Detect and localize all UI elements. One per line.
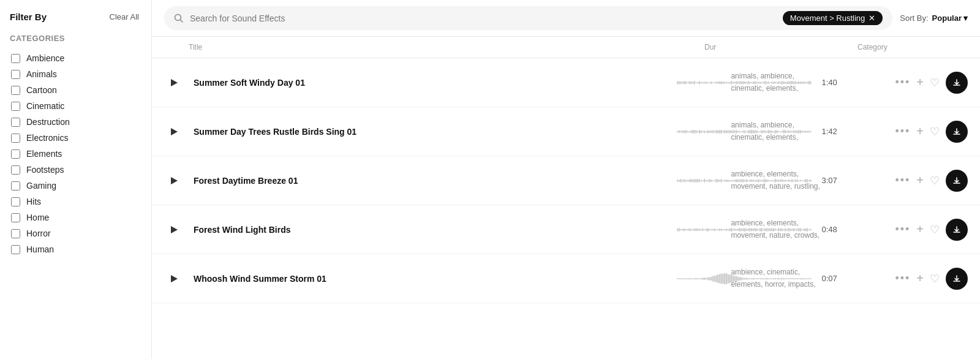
svg-rect-178 [704,179,705,183]
add-button-2[interactable]: + [916,173,924,187]
checkbox-electronics[interactable] [11,134,20,143]
more-button-3[interactable]: ••• [895,223,910,236]
svg-rect-168 [687,180,688,181]
svg-rect-30 [724,81,725,83]
sidebar-item-ambience[interactable]: Ambience [10,50,141,66]
col-title-header: Title [189,43,649,51]
svg-rect-83 [679,130,680,133]
sound-title-cell-3: Forest Wind Light Birds [194,225,672,235]
add-button-1[interactable]: + [916,124,924,138]
sidebar-item-gaming[interactable]: Gaming [10,178,141,194]
chevron-down-icon: ▾ [963,13,968,23]
svg-rect-323 [679,278,680,279]
download-button-4[interactable] [946,268,968,290]
download-button-3[interactable] [946,219,968,241]
checkbox-gaming[interactable] [11,181,20,191]
sidebar-item-home[interactable]: Home [10,210,141,225]
svg-rect-88 [687,130,688,132]
svg-rect-6 [684,81,685,84]
svg-rect-187 [719,180,720,182]
checkbox-animals[interactable] [11,70,20,79]
category-label-human: Human [26,244,54,254]
svg-rect-327 [685,278,687,279]
play-button-0[interactable] [164,74,183,92]
play-button-4[interactable] [164,270,183,288]
download-button-2[interactable] [946,170,968,192]
checkbox-home[interactable] [11,213,20,222]
sidebar-item-cinematic[interactable]: Cinematic [10,98,141,114]
svg-rect-166 [684,179,685,182]
sidebar-item-animals[interactable]: Animals [10,66,141,82]
svg-rect-333 [696,278,697,279]
checkbox-horror[interactable] [11,229,20,238]
sidebar-item-human[interactable]: Human [10,241,141,257]
play-button-2[interactable] [164,172,183,190]
category-label-cinematic: Cinematic [26,101,64,111]
sidebar-item-elements[interactable]: Elements [10,146,141,162]
svg-rect-250 [690,229,692,230]
checkbox-cinematic[interactable] [11,102,20,111]
svg-rect-29 [723,81,724,84]
clear-all-button[interactable]: Clear All [107,11,141,23]
checkbox-cartoon[interactable] [11,86,20,95]
svg-rect-254 [697,228,698,230]
svg-rect-267 [719,229,720,231]
checkbox-footsteps[interactable] [11,165,20,175]
heart-button-4[interactable]: ♡ [930,272,940,285]
sidebar-item-destruction[interactable]: Destruction [10,114,141,130]
play-button-1[interactable] [164,123,183,141]
svg-rect-162 [677,180,678,182]
more-button-0[interactable]: ••• [895,76,910,89]
svg-rect-3 [679,81,680,84]
svg-rect-82 [677,130,678,132]
svg-rect-12 [694,81,695,84]
checkbox-ambience[interactable] [11,54,20,63]
svg-rect-340 [707,277,709,280]
top-bar: Movement > Rustling ✕ Sort By: Popular ▾ [152,0,980,37]
categories-list: Ambience Animals Cartoon Cinematic Destr… [10,50,141,257]
svg-rect-189 [723,180,724,181]
download-button-0[interactable] [946,72,968,94]
download-button-1[interactable] [946,121,968,143]
heart-button-2[interactable]: ♡ [930,174,940,187]
svg-rect-7 [685,81,687,84]
sound-title-2: Forest Daytime Breeze 01 [194,176,672,186]
more-button-4[interactable]: ••• [895,272,910,285]
svg-rect-90 [690,130,692,132]
play-button-3[interactable] [164,221,183,239]
search-input[interactable] [190,13,777,23]
sidebar-item-hits[interactable]: Hits [10,194,141,210]
sound-row: Forest Daytime Breeze 01 3:07 ambience, … [152,156,980,205]
svg-rect-101 [709,130,710,133]
svg-rect-109 [723,130,724,132]
svg-rect-95 [699,130,700,134]
filter-tag-label: Movement > Rustling [790,13,865,23]
sidebar-item-horror[interactable]: Horror [10,225,141,241]
checkbox-elements[interactable] [11,149,20,159]
heart-button-3[interactable]: ♡ [930,223,940,236]
sidebar-item-cartoon[interactable]: Cartoon [10,82,141,98]
svg-rect-247 [685,229,687,230]
more-button-1[interactable]: ••• [895,125,910,138]
category-label-horror: Horror [26,229,51,238]
sort-dropdown[interactable]: Popular ▾ [932,13,968,23]
checkbox-destruction[interactable] [11,118,20,127]
sidebar-item-footsteps[interactable]: Footsteps [10,162,141,178]
add-button-3[interactable]: + [916,222,924,236]
checkbox-human[interactable] [11,245,20,254]
sound-actions-3: ••• + ♡ [895,219,968,241]
svg-rect-345 [716,275,717,282]
heart-button-0[interactable]: ♡ [930,76,940,89]
add-button-4[interactable]: + [916,271,924,285]
table-header: Title Dur Category [152,37,980,58]
checkbox-hits[interactable] [11,197,20,206]
filter-tag-close[interactable]: ✕ [869,14,875,22]
add-button-0[interactable]: + [916,75,924,89]
heart-button-1[interactable]: ♡ [930,125,940,138]
sidebar-item-electronics[interactable]: Electronics [10,130,141,146]
svg-rect-343 [712,276,714,282]
svg-rect-163 [679,180,680,181]
svg-rect-339 [706,278,707,279]
more-button-2[interactable]: ••• [895,174,910,187]
main-content: Movement > Rustling ✕ Sort By: Popular ▾… [152,0,980,359]
